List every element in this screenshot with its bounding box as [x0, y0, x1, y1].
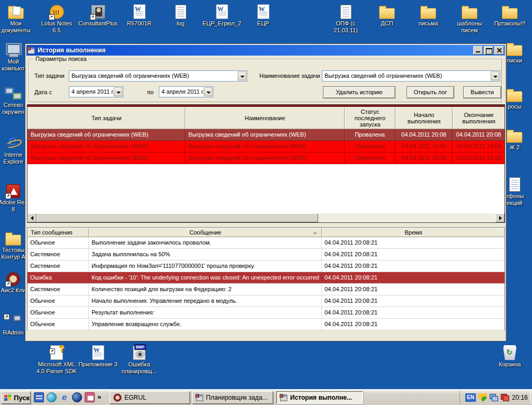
adobe-reader-icon [6, 184, 20, 198]
desktop-icon-prilozhenie-3[interactable]: Приложение 3 [76, 343, 120, 368]
column-header-message[interactable]: Сообщение [89, 228, 322, 237]
close-button[interactable] [494, 46, 504, 55]
date-from-picker[interactable]: 4 апреля 2011 г. [69, 86, 123, 97]
desktop-icon-pisma[interactable]: письма [408, 2, 448, 27]
output-button[interactable]: Вывести [463, 86, 501, 98]
cell-message: Управление возвращено службе. [89, 319, 322, 330]
desktop-icon-dsp[interactable]: ДСП [367, 2, 407, 27]
desktop-icon-log[interactable]: log [160, 2, 201, 27]
scroll-right-arrow[interactable] [495, 213, 504, 222]
scrollbar-thumb[interactable] [37, 213, 318, 222]
column-header-time[interactable]: Время [322, 228, 504, 237]
folder-icon [502, 8, 518, 19]
taskbar-task-egrul[interactable]: EGRUL [110, 391, 190, 404]
folder-icon [507, 45, 522, 56]
column-header-task-type[interactable]: Тип задачи [28, 107, 185, 129]
desktop-icon-ecr[interactable]: ЕЦР [243, 2, 283, 27]
desktop-icon-shablony-pisem[interactable]: шаблоны писем [449, 2, 490, 34]
internet-explorer-icon[interactable]: e [59, 392, 69, 402]
column-header-start[interactable]: Начало выполнения [395, 107, 453, 129]
cell-message-type: Обычное [28, 319, 89, 330]
cell-task-type: Выгрузка сведений об ограничениях (WEB) [28, 152, 185, 164]
horizontal-scrollbar[interactable] [28, 213, 504, 222]
minimize-button[interactable] [473, 46, 483, 55]
cell-end: 04.04.2011 20:08 [453, 129, 504, 140]
date-to-picker[interactable]: 4 апреля 2011 г. [159, 86, 213, 97]
quick-launch-overflow-chevron[interactable]: » [97, 393, 101, 401]
start-button[interactable]: Пуск [1, 391, 31, 404]
table-row[interactable]: Выгрузка сведений об ограничениях (WEB) … [28, 141, 504, 152]
cell-start: 04.04.2011 19:59 [395, 141, 453, 152]
taskbar-task-scheduler[interactable]: Планировщик зада... [192, 391, 273, 404]
chevron-down-icon[interactable] [204, 87, 212, 96]
list-item[interactable]: Обычное Выполнение задачи закончилось пр… [28, 237, 504, 249]
icon-label: Приложение 3 [76, 361, 120, 368]
icon-label: ConsultantPlus [78, 20, 118, 27]
task-name-combobox[interactable]: Выгрузка сведений об ограничениях (WEB) [322, 70, 500, 82]
chevron-down-icon[interactable] [491, 71, 499, 80]
cell-message: Результат выполнения: [89, 307, 322, 318]
desktop-icon-my-documents[interactable]: Мои документы [0, 2, 36, 34]
list-item[interactable]: Системное Задача выполнилась на 50% 04.0… [28, 249, 504, 260]
icon-label: Ошибка планировщ... [117, 361, 161, 375]
list-item[interactable]: Обычное Управление возвращено службе. 04… [28, 319, 504, 330]
delete-history-button[interactable]: Удалить историю [323, 86, 395, 98]
list-item[interactable]: Системное Информация по НомЗап='11107700… [28, 260, 504, 272]
language-indicator[interactable]: EN [465, 393, 476, 402]
desktop-icon-msxml-sdk[interactable]: Microsoft XML 4.0 Parser SDK [34, 343, 79, 375]
table-row[interactable]: Выгрузка сведений об ограничениях (WEB) … [28, 152, 504, 164]
open-log-button[interactable]: Открыть лог [407, 86, 454, 98]
desktop-icon-consultantplus[interactable]: ConsultantPlus [78, 2, 118, 27]
desktop-icon-r57001r[interactable]: R57001R [119, 2, 159, 27]
my-computer-icon [5, 43, 21, 57]
cell-status: Провалена [345, 152, 395, 164]
maximize-button[interactable] [484, 46, 493, 55]
desktop-icon-opf[interactable]: ОПФ (с 21.03.11) [326, 2, 366, 34]
desktop-icon-lotus-notes[interactable]: Lotus Notes 6.5 [37, 2, 77, 34]
word-document-icon [92, 345, 104, 360]
scroll-left-arrow[interactable] [28, 213, 37, 222]
column-header-status[interactable]: Статус последнего запуска [345, 107, 395, 129]
cell-status: Провалена [345, 141, 395, 152]
folder-icon [462, 8, 477, 19]
radmin-server-icon[interactable] [501, 393, 509, 402]
list-item[interactable]: Системное Количество позиций для выгрузк… [28, 284, 504, 295]
desktop-icon-ecr-egrul-2[interactable]: ЕЦР_Егрюл_2 [202, 2, 242, 27]
list-item-error[interactable]: Ошибка Код ошибки - '10': The underlying… [28, 272, 504, 284]
icon-label: ЕЦР_Егрюл_2 [202, 20, 242, 27]
taskbar-task-history[interactable]: История выполне... [276, 391, 363, 404]
antivirus-shield-icon[interactable] [479, 393, 487, 402]
quick-launch-save-icon[interactable] [85, 392, 95, 402]
column-header-message-type[interactable]: Тип сообщения [28, 228, 89, 237]
cell-message-type: Обычное [28, 307, 89, 318]
table-row[interactable]: Выгрузка сведений об ограничениях (WEB) … [28, 129, 504, 141]
date-value: 4 апреля 2011 г. [161, 88, 204, 95]
network-connection-icon[interactable] [490, 393, 498, 402]
chevron-down-icon[interactable] [114, 87, 122, 96]
internet-explorer-icon [6, 136, 21, 150]
folder-icon [5, 235, 21, 246]
task-label: История выполне... [290, 394, 352, 401]
list-item[interactable]: Обычное Начало выполнения. Управление пе… [28, 295, 504, 307]
column-header-end[interactable]: Окончание выполнения [453, 107, 504, 129]
scrollbar-track[interactable] [318, 213, 495, 222]
window-titlebar[interactable]: История выполнения [26, 45, 505, 56]
quick-launch-app-icon[interactable] [34, 392, 44, 402]
folder-icon [507, 91, 522, 102]
desktop-icon-oshibka-planirovshchika[interactable]: Ошибка планировщ... [117, 343, 161, 375]
desktop-icon-protokoly[interactable]: Пртаколы!!! [490, 2, 530, 27]
cell-message: Информация по НомЗап='1110770000001' про… [89, 260, 322, 272]
cell-time: 04.04.2011 20:08:21 [322, 295, 504, 307]
list-item[interactable]: Обычное Результат выполнения: 04.04.2011… [28, 307, 504, 319]
radmin-icon [5, 314, 21, 328]
task-type-combobox[interactable]: Выгрузка сведений об ограничениях (WEB) [69, 70, 247, 82]
chevron-down-icon[interactable] [238, 71, 246, 80]
folder-icon [379, 8, 395, 19]
desktop-icon-recycle-bin[interactable]: Корзина [490, 343, 530, 368]
quick-launch-globe-icon[interactable] [72, 392, 82, 402]
history-table-header: Тип задачи Наименование Статус последнег… [28, 107, 504, 129]
quick-launch-mail-icon[interactable] [47, 392, 57, 402]
text-document-icon [509, 177, 520, 192]
column-header-name[interactable]: Наименование [185, 107, 345, 129]
window-icon [28, 47, 35, 54]
